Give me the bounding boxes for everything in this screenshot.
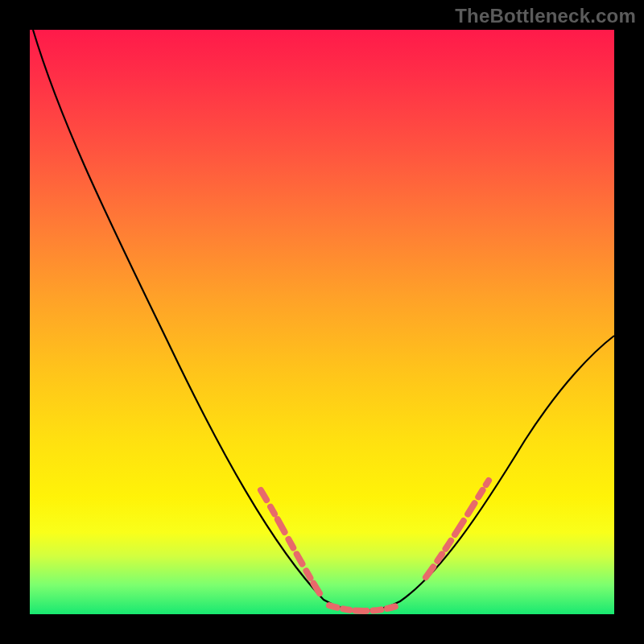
dash-right-arm (426, 481, 489, 577)
curve-path (33, 30, 614, 611)
dash-floor (329, 605, 396, 611)
dash-left-arm (261, 490, 320, 593)
watermark-text: TheBottleneck.com (455, 5, 636, 27)
bottleneck-curve (30, 30, 614, 614)
chart-frame: TheBottleneck.com (0, 0, 644, 644)
